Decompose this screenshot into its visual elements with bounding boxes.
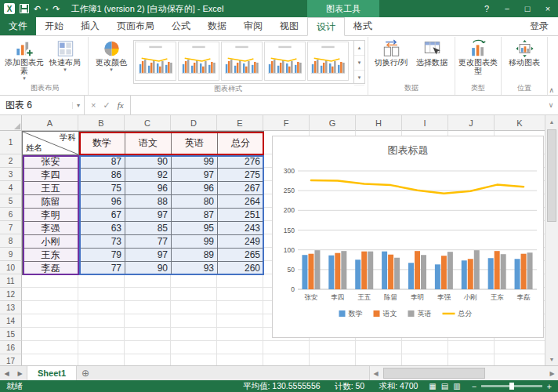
tab-data[interactable]: 数据 [199,17,235,35]
cell-D15[interactable] [171,328,217,341]
save-icon[interactable] [20,4,29,13]
table-name-cell[interactable]: 小刚 [23,235,79,249]
cell-E12[interactable] [217,288,263,301]
scroll-down-icon[interactable]: ▼ [545,353,558,365]
table-name-cell[interactable]: 李磊 [23,262,79,275]
cell-J17[interactable] [448,354,495,365]
vertical-scroll-track[interactable] [545,128,558,353]
cell-B12[interactable] [78,288,125,301]
cell-A13[interactable] [22,301,78,314]
cell-B17[interactable] [78,354,125,365]
tab-page-layout[interactable]: 页面布局 [108,17,163,35]
table-name-cell[interactable]: 李强 [23,222,79,235]
table-value-cell[interactable]: 97 [172,169,218,182]
table-name-cell[interactable]: 王五 [23,182,79,195]
table-value-cell[interactable]: 265 [218,249,264,262]
cell-F16[interactable] [263,341,310,354]
column-header-K[interactable]: K [495,115,545,131]
cell-K16[interactable] [495,341,545,354]
cell-D17[interactable] [171,354,217,365]
table-value-cell[interactable]: 264 [218,195,264,209]
table-value-cell[interactable]: 251 [218,209,264,222]
table-header-cell[interactable]: 总分 [218,132,264,155]
table-value-cell[interactable]: 96 [172,182,218,195]
close-button[interactable]: × [538,0,558,17]
cell-A11[interactable] [22,274,78,288]
cell-A14[interactable] [22,314,78,328]
table-value-cell[interactable]: 88 [125,195,172,209]
column-header-H[interactable]: H [356,115,402,131]
table-value-cell[interactable]: 87 [172,209,218,222]
help-button[interactable]: ? [476,0,497,17]
cell-C17[interactable] [125,354,171,365]
horizontal-scroll-thumb[interactable] [383,368,485,379]
cell-D13[interactable] [171,301,217,314]
change-colors-button[interactable]: 更改颜色 ▾ [91,37,132,73]
column-header-E[interactable]: E [217,115,263,131]
table-value-cell[interactable]: 67 [79,209,125,222]
cell-E14[interactable] [217,314,263,328]
cell-C15[interactable] [125,328,171,341]
cell-E16[interactable] [217,341,263,354]
move-chart-button[interactable]: 移动图表 [504,37,545,67]
table-header-cell[interactable]: 语文 [125,132,172,155]
undo-caret-icon[interactable]: ▾ [45,6,48,12]
column-header-F[interactable]: F [263,115,310,131]
row-header-17[interactable]: 17 [0,354,22,365]
table-name-cell[interactable]: 李明 [23,209,79,222]
table-value-cell[interactable]: 79 [79,249,125,262]
table-header-cell[interactable]: 英语 [172,132,218,155]
table-name-cell[interactable]: 陈留 [23,195,79,209]
redo-icon[interactable]: ↷ [53,4,60,13]
zoom-in-button[interactable]: + [547,382,552,391]
sheet-nav-left-icon[interactable]: ◀ [0,366,13,380]
cell-H16[interactable] [356,341,402,354]
tab-file[interactable]: 文件 [0,17,36,35]
view-page-break-icon[interactable]: ▥ [453,382,460,390]
column-header-G[interactable]: G [310,115,356,131]
tab-chart-format[interactable]: 格式 [345,17,381,35]
view-page-layout-icon[interactable]: ▤ [441,382,448,390]
switch-row-column-button[interactable]: 切换行/列 [371,37,411,67]
cell-D16[interactable] [171,341,217,354]
add-chart-element-button[interactable]: 添加图表元素 ▾ [4,37,45,82]
view-normal-icon[interactable]: ▦ [429,382,436,390]
sheet-tab-sheet1[interactable]: Sheet1 [27,366,77,380]
cell-F17[interactable] [263,354,310,365]
change-chart-type-button[interactable]: 更改图表类型 [458,37,498,75]
zoom-out-button[interactable]: − [472,382,476,391]
row-header-9[interactable]: 9 [0,248,22,261]
row-header-3[interactable]: 3 [0,168,22,181]
cell-C11[interactable] [125,274,171,288]
cell-B13[interactable] [78,301,125,314]
scroll-right-icon[interactable]: ▶ [546,370,558,377]
row-header-10[interactable]: 10 [0,261,22,274]
cell-B11[interactable] [78,274,125,288]
cell-G16[interactable] [310,341,356,354]
chart-style-thumbnail-3[interactable] [221,42,263,81]
tab-review[interactable]: 审阅 [235,17,271,35]
embedded-chart[interactable]: 图表标题050100150200250300张安李四王五陈留李明李强小刚王东李磊… [272,136,544,338]
table-value-cell[interactable]: 96 [125,182,172,195]
scroll-up-icon[interactable]: ▲ [545,115,558,128]
cell-B15[interactable] [78,328,125,341]
table-value-cell[interactable]: 90 [125,155,172,169]
cell-B14[interactable] [78,314,125,328]
row-header-8[interactable]: 8 [0,234,22,248]
status-sum[interactable]: 求和: 4700 [379,381,418,392]
cell-C13[interactable] [125,301,171,314]
insert-function-button[interactable]: fx [118,100,124,110]
cell-E13[interactable] [217,301,263,314]
row-header-7[interactable]: 7 [0,221,22,234]
cell-D12[interactable] [171,288,217,301]
cell-A12[interactable] [22,288,78,301]
cell-E17[interactable] [217,354,263,365]
vertical-scroll-thumb[interactable] [547,129,556,222]
table-header-cell[interactable]: 数学 [79,132,125,155]
table-value-cell[interactable]: 249 [218,235,264,249]
row-header-16[interactable]: 16 [0,341,22,354]
row-header-15[interactable]: 15 [0,328,22,341]
horizontal-scroll-track[interactable] [382,366,546,380]
horizontal-scrollbar[interactable]: ◀ ▶ [369,366,558,380]
cell-J16[interactable] [448,341,495,354]
